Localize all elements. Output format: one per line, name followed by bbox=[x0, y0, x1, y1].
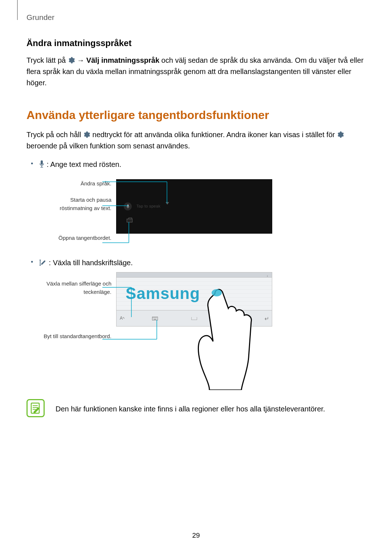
handwriting-sample-text: Samsung bbox=[126, 281, 200, 306]
text: nedtryckt för att använda olika funktion… bbox=[93, 131, 337, 139]
paragraph-change-input-language: Tryck lätt på → Välj inmatningsspråk och… bbox=[26, 55, 364, 89]
page-content: Ändra inmatningsspråket Tryck lätt på → … bbox=[26, 38, 364, 417]
svg-rect-10 bbox=[155, 317, 156, 318]
switch-mode-icon: A✎ bbox=[119, 315, 126, 322]
bold-label: Välj inmatningsspråk bbox=[86, 56, 159, 64]
svg-rect-11 bbox=[156, 317, 157, 318]
page-edge-marker bbox=[17, 0, 18, 20]
callout-standard-keyboard: Byt till standardtangentbord. bbox=[42, 332, 111, 340]
figure-voice-input: Ändra språk. Starta och pausa röstinmatn… bbox=[39, 174, 364, 254]
svg-rect-0 bbox=[41, 160, 43, 165]
svg-rect-8 bbox=[153, 317, 154, 318]
svg-rect-12 bbox=[154, 319, 156, 320]
note-icon bbox=[26, 399, 45, 417]
bullet-voice-input: : Ange text med rösten. Ändra språk. Sta… bbox=[26, 159, 364, 254]
language-dropdown-caret-icon bbox=[166, 202, 169, 206]
figure-handwriting: Växla mellan sifferläge och teckenläge. … bbox=[39, 272, 364, 388]
subheading-change-input-language: Ändra inmatningsspråket bbox=[26, 38, 364, 48]
svg-point-17 bbox=[212, 289, 222, 296]
arrow-text: → bbox=[77, 56, 86, 64]
text: beroende på vilken funktion som senast a… bbox=[26, 142, 190, 150]
svg-rect-7 bbox=[152, 317, 158, 320]
bullet-list: : Ange text med rösten. Ändra språk. Sta… bbox=[26, 159, 364, 388]
bullet-text: : Ange text med rösten. bbox=[47, 160, 122, 168]
hand-pointer-icon bbox=[195, 285, 271, 390]
tap-to-speak-label: Tap to speak bbox=[136, 203, 160, 209]
callout-open-keyboard: Öppna tangentbordet. bbox=[46, 234, 111, 242]
heading-additional-keyboard-functions: Använda ytterligare tangentbordsfunktion… bbox=[26, 108, 364, 122]
chapter-label: Grunder bbox=[26, 13, 54, 22]
mic-button-icon bbox=[124, 202, 132, 210]
voice-input-screenshot: Tap to speak bbox=[116, 179, 272, 234]
note-block: Den här funktionen kanske inte finns i a… bbox=[26, 399, 364, 417]
keyboard-switch-icon bbox=[151, 315, 159, 322]
open-keyboard-icon bbox=[127, 219, 132, 222]
handwriting-pen-icon bbox=[39, 259, 47, 267]
microphone-icon bbox=[39, 160, 45, 167]
paragraph-additional-keyboard-functions: Tryck på och håll nedtryckt för att anvä… bbox=[26, 129, 364, 152]
callout-start-pause-voice: Starta och pausa röstinmatning av text. bbox=[46, 196, 111, 213]
gear-icon bbox=[337, 130, 344, 138]
text: Tryck på och håll bbox=[26, 131, 83, 139]
svg-rect-1 bbox=[127, 205, 128, 207]
bullet-text: : Växla till handskriftsläge. bbox=[49, 259, 133, 267]
page-number: 29 bbox=[0, 532, 392, 539]
bullet-handwriting-mode: : Växla till handskriftsläge. Växla mell… bbox=[26, 257, 364, 388]
gear-icon bbox=[83, 130, 90, 138]
svg-rect-9 bbox=[154, 317, 155, 318]
chevron-right-icon: › bbox=[267, 273, 270, 277]
text: Tryck lätt på bbox=[26, 56, 68, 64]
handwriting-topbar: › bbox=[117, 272, 272, 278]
callout-change-language: Ändra språk. bbox=[46, 179, 111, 188]
callout-number-symbol-mode: Växla mellan sifferläge och teckenläge. bbox=[42, 279, 111, 296]
gear-icon bbox=[68, 56, 75, 63]
note-text: Den här funktionen kanske inte finns i a… bbox=[56, 399, 325, 415]
